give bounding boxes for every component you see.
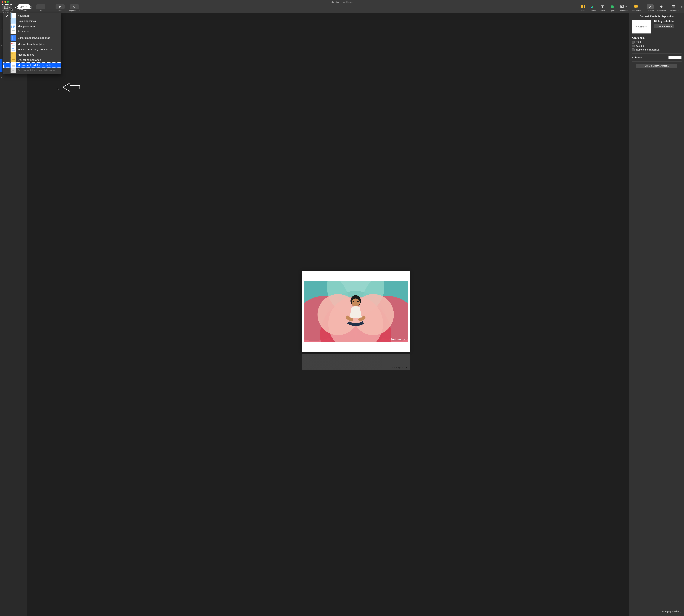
edit-master-slide-button[interactable]: Editar diapositiva maestra	[636, 64, 678, 68]
menu-colab-label: Ocultar actividad de colaboración	[18, 69, 56, 72]
close-window-icon[interactable]	[2, 1, 3, 3]
checkbox-numero-row[interactable]: Número de diapositiva	[632, 48, 682, 51]
checkbox-numero-label: Número de diapositiva	[636, 48, 659, 51]
menu-solo-label: Sólo diapositiva	[18, 20, 36, 23]
animate-icon	[660, 5, 663, 8]
slide-navigator[interactable]: 1 2 3 4	[0, 14, 27, 616]
checkbox-titulo[interactable]	[632, 41, 635, 44]
cursor-pointer	[11, 8, 13, 11]
disclosure-triangle-icon[interactable]	[632, 57, 633, 58]
minimize-window-icon[interactable]	[4, 1, 6, 3]
view-button[interactable]	[2, 5, 12, 10]
svg-point-19	[651, 6, 652, 6]
master-thumb-title: Lorem Ipsum Dolor	[635, 25, 647, 27]
slide-watermark-reflection: edu.gcfglobal.org	[392, 367, 407, 369]
toolbar-animacion[interactable]: Animación	[656, 4, 666, 12]
toolbar-figura[interactable]: Figura	[608, 4, 617, 12]
svg-rect-46	[12, 45, 15, 46]
object-list-icon: Aa	[10, 42, 16, 47]
checkbox-numero[interactable]	[632, 48, 635, 51]
menu-lista-objetos[interactable]: Aa Mostrar lista de objetos	[3, 42, 61, 47]
change-master-label: Cambiar maestra	[656, 25, 672, 27]
svg-rect-33	[13, 27, 14, 28]
comments-icon	[10, 57, 16, 63]
toolbar-play[interactable]: ucir	[55, 4, 65, 12]
checkbox-cuerpo-row[interactable]: Cuerpo	[632, 45, 682, 47]
menu-editar-maestras[interactable]: Editar diapositivas maestras	[3, 35, 61, 41]
toolbar-overflow[interactable]: »	[681, 4, 683, 9]
traffic-lights	[2, 1, 9, 3]
toolbar-texto[interactable]: Texto	[598, 4, 607, 12]
svg-text:Aa: Aa	[12, 43, 13, 44]
play-button[interactable]	[55, 4, 65, 9]
toolbar-tabla[interactable]: Tabla	[578, 4, 587, 12]
add-slide-button[interactable]	[36, 4, 45, 9]
presenter-notes-icon	[10, 62, 16, 68]
broadcast-icon	[72, 5, 77, 8]
toolbar-keynote-live[interactable]: Keynote Live	[68, 4, 81, 12]
menu-ocultar-colaboracion: Ocultar actividad de colaboración	[3, 68, 61, 73]
view-dropdown[interactable]: Navegador Sólo diapositiva Mini panorama…	[3, 13, 61, 74]
toolbar-multimedia[interactable]: Multimedia	[618, 4, 629, 12]
inspector-heading: Disposición de la diapositiva	[632, 15, 682, 18]
menu-navegador[interactable]: Navegador	[3, 13, 61, 19]
slide-reflection: edu.gcfglobal.org	[302, 354, 410, 370]
meditation-figure-icon	[341, 294, 371, 327]
toolbar-zoom[interactable]: 50 % Zoom	[17, 4, 31, 14]
toolbar-add-slide[interactable]: Ag	[36, 4, 46, 14]
menu-solo-diapositiva[interactable]: Sólo diapositiva	[3, 19, 61, 24]
svg-rect-60	[11, 63, 16, 67]
keynote-live-button[interactable]	[70, 4, 79, 9]
svg-rect-21	[672, 6, 675, 7]
toolbar-formato[interactable]: Formato	[646, 4, 655, 12]
light-table-icon	[10, 24, 16, 29]
svg-rect-29	[11, 26, 12, 27]
svg-rect-26	[11, 25, 12, 25]
footer-link: edu.gcfglobal.org	[662, 610, 681, 613]
svg-rect-2	[74, 6, 75, 7]
slide[interactable]: edu.gcfglobal.org	[302, 271, 410, 352]
toolbar-documento[interactable]: Documento	[668, 4, 679, 12]
menu-mini-panorama[interactable]: Mini panorama	[3, 24, 61, 29]
toolbar-grafica[interactable]: Gráfica	[588, 4, 597, 12]
toolbar-add-label: Ag	[40, 9, 42, 12]
toolbar-grafica-label: Gráfica	[590, 9, 596, 12]
menu-mostrar-reglas[interactable]: Mostrar reglas	[3, 52, 61, 57]
toolbar-comentario[interactable]: Comentario	[630, 4, 642, 12]
svg-point-24	[346, 316, 348, 319]
svg-point-25	[363, 316, 366, 319]
menu-notas-label: Mostrar notas del presentador	[18, 64, 52, 67]
checkbox-titulo-row[interactable]: Título	[632, 41, 682, 44]
ruler-icon	[10, 52, 16, 58]
inspector-panel: Disposición de la diapositiva Lorem Ipsu…	[629, 14, 684, 616]
svg-rect-8	[584, 6, 585, 7]
zoom-button[interactable]: 50 %	[18, 4, 30, 9]
view-mode-icon	[4, 6, 8, 9]
svg-rect-13	[592, 6, 593, 8]
thumb-selected-indicator	[0, 60, 2, 72]
svg-point-17	[621, 6, 622, 6]
text-icon	[601, 5, 604, 8]
svg-point-66	[12, 70, 13, 70]
svg-point-67	[14, 69, 14, 69]
master-thumbnail[interactable]: Lorem Ipsum Dolor Donec quis nunc	[632, 20, 651, 34]
window-title: Sin título — Modificado	[332, 1, 352, 3]
navigator-view-icon	[10, 13, 16, 19]
background-color-swatch[interactable]	[668, 56, 682, 59]
svg-rect-27	[13, 25, 14, 25]
checkbox-cuerpo[interactable]	[632, 45, 635, 47]
fullscreen-window-icon[interactable]	[7, 1, 9, 3]
menu-esquema[interactable]: Esquema	[3, 29, 61, 34]
menu-buscar-reemplazar[interactable]: Mostrar "Buscar y reemplazar"	[3, 47, 61, 52]
svg-rect-31	[14, 26, 15, 27]
svg-rect-1	[5, 6, 5, 8]
slide-canvas[interactable]: edu.gcfglobal.org edu.gcfglobal.org	[27, 14, 684, 616]
background-heading: Fondo	[635, 56, 642, 59]
menu-ocultar-comentarios[interactable]: Ocultar comentarios	[3, 57, 61, 63]
svg-point-23	[351, 299, 360, 307]
svg-rect-45	[13, 43, 15, 44]
svg-rect-30	[13, 26, 14, 27]
outline-icon	[10, 29, 16, 34]
change-master-button[interactable]: Cambiar maestra	[654, 24, 674, 28]
menu-notas-presentador[interactable]: Mostrar notas del presentador	[3, 63, 61, 68]
